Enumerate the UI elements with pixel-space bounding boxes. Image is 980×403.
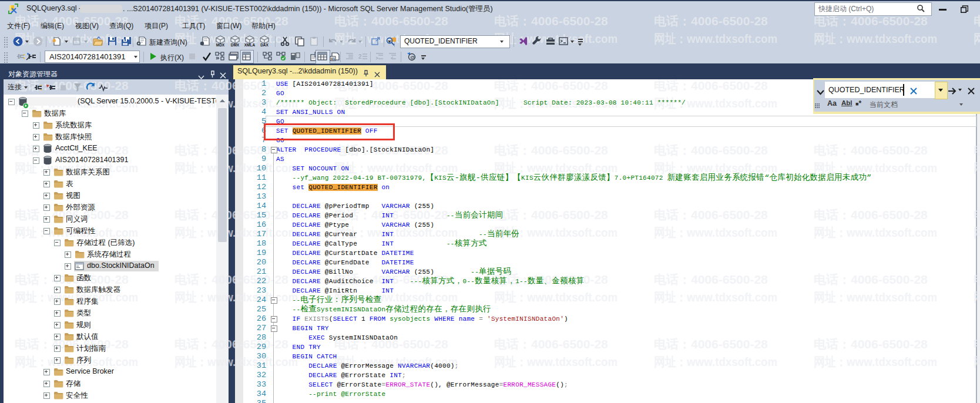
svg-text:2: 2 bbox=[358, 53, 362, 60]
svg-text:01: 01 bbox=[331, 57, 335, 61]
svg-text:@: @ bbox=[410, 55, 415, 60]
